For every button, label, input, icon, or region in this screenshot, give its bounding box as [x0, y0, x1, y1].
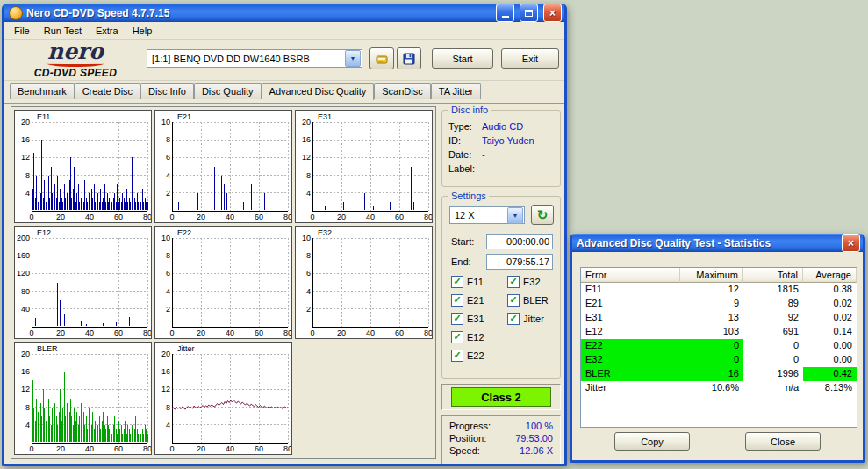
svg-text:0: 0 [310, 213, 314, 221]
tab-advanced-disc-quality[interactable]: Advanced Disc Quality [262, 83, 375, 100]
check-icon: ✓ [453, 332, 461, 342]
svg-text:16: 16 [161, 367, 170, 376]
stats-cell-total: 92 [743, 311, 803, 325]
stats-cell-error: Jitter [581, 381, 680, 395]
stats-col-total[interactable]: Total [743, 268, 803, 283]
svg-text:E12: E12 [37, 228, 51, 237]
statistics-close-dialog-button[interactable]: Close [745, 432, 821, 451]
stats-row-e32[interactable]: E32000.00 [581, 353, 857, 367]
stats-row-e22[interactable]: E22000.00 [581, 339, 857, 353]
stats-col-maximum[interactable]: Maximum [680, 268, 743, 283]
close-button[interactable]: × [543, 4, 562, 22]
quality-class-button[interactable]: Class 2 [451, 387, 551, 407]
menu-file[interactable]: File [7, 24, 37, 38]
svg-text:20: 20 [337, 213, 346, 221]
stats-cell-maximum: 16 [680, 367, 743, 381]
tab-disc-quality[interactable]: Disc Quality [194, 83, 262, 99]
chevron-down-icon[interactable]: ▼ [345, 50, 361, 67]
stats-row-jitter[interactable]: Jitter10.6%n/a8.13% [581, 381, 857, 395]
stats-cell-error: E11 [581, 283, 680, 297]
stats-cell-maximum: 9 [680, 297, 743, 311]
progress-panel: Progress:100 %Position:79:53.00Speed:12.… [441, 415, 561, 464]
progress-rows: Progress:100 %Position:79:53.00Speed:12.… [442, 420, 560, 457]
statistics-titlebar[interactable]: Advanced Disc Quality Test - Statistics … [572, 234, 863, 252]
menu-extra[interactable]: Extra [89, 24, 126, 38]
chevron-down-icon[interactable]: ▼ [507, 207, 523, 224]
stats-row-e21[interactable]: E219890.02 [581, 297, 857, 311]
checkbox-jitter[interactable]: ✓Jitter [507, 313, 544, 325]
stats-col-error[interactable]: Error [581, 268, 680, 283]
tab-scandisc[interactable]: ScanDisc [374, 83, 430, 99]
statistics-close-button[interactable]: × [842, 234, 860, 252]
chart-bler: 48121620020406080BLER [14, 342, 152, 455]
checkbox-e32[interactable]: ✓E32 [507, 276, 541, 288]
checkbox-e11[interactable]: ✓E11 [451, 276, 484, 288]
disc-info-label: ID: [448, 135, 482, 146]
checkbox-label: E21 [467, 295, 484, 306]
checkbox-e21[interactable]: ✓E21 [451, 294, 484, 307]
stats-row-e11[interactable]: E111218150.38 [581, 283, 857, 297]
desktop: Nero CD-DVD Speed 4.7.7.15 × FileRun Tes… [0, 0, 868, 469]
svg-text:E31: E31 [318, 112, 332, 121]
svg-text:8: 8 [166, 251, 170, 260]
tab-disc-info[interactable]: Disc Info [140, 83, 194, 99]
checkbox-e12[interactable]: ✓E12 [451, 331, 484, 343]
progress-row: Speed:12.06 X [442, 444, 560, 457]
speed-select-combo[interactable]: 12 X ▼ [449, 206, 525, 224]
checkbox-e22[interactable]: ✓E22 [451, 350, 484, 362]
checkbox-e31[interactable]: ✓E31 [451, 313, 484, 325]
stats-row-e12[interactable]: E121036910.14 [581, 325, 857, 339]
copy-button[interactable]: Copy [614, 432, 690, 451]
main-window: Nero CD-DVD Speed 4.7.7.15 × FileRun Tes… [2, 4, 567, 466]
start-time-field[interactable] [486, 234, 553, 249]
nero-wordmark: nero [10, 40, 141, 62]
stats-col-average[interactable]: Average [803, 268, 857, 283]
disc-info-row: Date:- [442, 148, 560, 162]
quality-class-panel: Class 2 [441, 384, 561, 410]
checkbox-bler[interactable]: ✓BLER [507, 294, 549, 307]
disc-info-value: Audio CD [482, 121, 523, 132]
maximize-button[interactable] [520, 4, 538, 22]
minimize-button[interactable] [496, 4, 514, 22]
svg-text:6: 6 [306, 269, 311, 278]
toolbar: nero CD-DVD SPEED [1:1] BENQ DVD DD DW16… [4, 40, 564, 81]
stats-row-e31[interactable]: E3113920.02 [581, 311, 857, 325]
check-icon: ✓ [453, 277, 461, 286]
main-titlebar[interactable]: Nero CD-DVD Speed 4.7.7.15 × [4, 4, 564, 22]
hand-card-icon [375, 52, 389, 66]
svg-text:20: 20 [21, 118, 30, 126]
stats-cell-average: 0.00 [803, 339, 857, 353]
svg-text:8: 8 [166, 135, 170, 144]
tab-create-disc[interactable]: Create Disc [75, 83, 140, 99]
svg-text:20: 20 [56, 328, 65, 337]
speed-combo-value: 12 X [450, 210, 507, 220]
stats-row-bler[interactable]: BLER1619960.42 [581, 367, 857, 381]
stats-cell-average: 0.00 [803, 353, 857, 367]
eject-tray-button[interactable] [369, 47, 394, 69]
drive-select-combo[interactable]: [1:1] BENQ DVD DD DW1640 BSRB ▼ [147, 49, 362, 68]
settings-groupbox: Settings 12 X ▼ ↻ Start: End: ✓E11✓E21✓E… [441, 196, 561, 379]
tab-ta-jitter[interactable]: TA Jitter [431, 83, 482, 99]
exit-button[interactable]: Exit [501, 48, 559, 69]
start-time-label: Start: [451, 236, 474, 247]
stats-cell-total: 1996 [743, 367, 803, 381]
tab-benchmark[interactable]: Benchmark [10, 83, 75, 99]
refresh-button[interactable]: ↻ [531, 205, 554, 225]
svg-text:80: 80 [283, 328, 291, 337]
svg-text:E11: E11 [37, 112, 50, 121]
menu-run-test[interactable]: Run Test [37, 24, 89, 38]
menu-help[interactable]: Help [126, 24, 160, 38]
svg-text:2: 2 [166, 305, 170, 314]
check-icon: ✓ [453, 314, 461, 323]
start-button[interactable]: Start [432, 48, 493, 69]
disc-info-row: Label:- [442, 162, 560, 176]
save-button[interactable] [397, 47, 421, 69]
statistics-rows: E111218150.38E219890.02E3113920.02E12103… [581, 283, 857, 395]
svg-text:20: 20 [56, 213, 65, 221]
chart-e32: 246810020406080E32 [295, 226, 433, 339]
svg-text:20: 20 [302, 118, 311, 126]
end-time-field[interactable] [486, 254, 553, 270]
charts-grid: 48121620020406080E11246810020406080E2148… [11, 106, 436, 459]
stats-cell-error: E31 [581, 311, 680, 325]
check-icon: ✓ [453, 350, 461, 360]
